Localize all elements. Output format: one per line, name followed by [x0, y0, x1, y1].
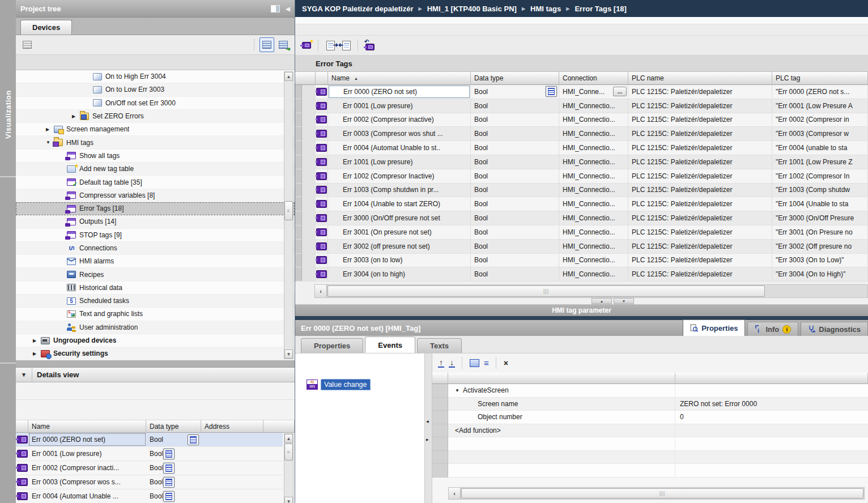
export-table-button[interactable]: ➜: [276, 38, 290, 52]
plc-tag-cell[interactable]: "Err 0000 (ZERO not s...: [772, 85, 868, 99]
tab-properties[interactable]: Properties: [683, 319, 745, 336]
parameter-row[interactable]: Object number 0: [432, 411, 868, 424]
datatype-cell[interactable]: Bool: [471, 240, 559, 253]
name-cell[interactable]: Err 1004 (Unable to start ZERO): [328, 197, 471, 211]
tag-row[interactable]: Err 1004 (Unable to start ZERO) Bool HMI…: [295, 197, 868, 211]
tree-item[interactable]: Default tag table [35]: [16, 176, 295, 189]
details-row[interactable]: Err 0002 (Compresor inacti... Bool: [16, 461, 283, 475]
plc-name-column-header[interactable]: PLC name: [628, 72, 772, 85]
datatype-dropdown-button[interactable]: [163, 491, 175, 502]
name-cell[interactable]: Err 1001 (Low presure): [328, 155, 471, 169]
task-card-strip[interactable]: Visualization: [0, 0, 16, 503]
connection-cell[interactable]: HMI_Connectio... ...: [559, 225, 628, 239]
plc-name-cell[interactable]: PLC 1215C: Paletizér/depaletizer: [628, 169, 772, 183]
plc-tag-cell[interactable]: "Err 3000 (On/Off Presure: [772, 211, 868, 225]
row-selector[interactable]: [295, 267, 302, 281]
tag-row[interactable]: Err 3003 (on to low) Bool HMI_Connectio.…: [295, 254, 868, 268]
datatype-cell[interactable]: Bool: [471, 254, 559, 267]
export-button[interactable]: ➜: [324, 39, 337, 52]
plc-tag-cell[interactable]: "Err 3001 (On Presure no: [772, 225, 868, 239]
row-selector[interactable]: [295, 113, 302, 127]
collapse-down-button[interactable]: ▼: [614, 298, 634, 304]
name-cell[interactable]: Err 3002 (off presure not set): [328, 240, 471, 253]
tree-item[interactable]: Security settings: [16, 347, 295, 360]
connection-column-header[interactable]: Connection: [559, 72, 628, 85]
table-horizontal-scrollbar[interactable]: ‹ |||: [314, 284, 868, 298]
rewire-tag-button[interactable]: ↶: [363, 39, 377, 52]
plc-tag-cell[interactable]: "Err 3003 (On to Low)": [772, 254, 868, 267]
tab-info[interactable]: i Info i: [747, 322, 798, 336]
name-cell[interactable]: Err 0002 (Compresor inactive): [328, 113, 471, 127]
tree-item[interactable]: Recipes: [16, 268, 295, 281]
move-up-button[interactable]: ↑: [438, 359, 444, 368]
import-button[interactable]: ➜: [339, 39, 353, 52]
subtab-texts[interactable]: Texts: [417, 338, 462, 353]
tree-item[interactable]: User administration: [16, 321, 295, 334]
plc-name-cell[interactable]: PLC 1215C: Paletizér/depaletizer: [628, 225, 772, 239]
connection-cell[interactable]: HMI_Conne... ...: [559, 85, 628, 99]
datatype-cell[interactable]: Bool: [471, 267, 559, 281]
tree-item[interactable]: Compressor variables [8]: [16, 189, 295, 202]
tree-item[interactable]: Text and graphic lists: [16, 308, 295, 321]
move-down-button[interactable]: ↓: [449, 359, 455, 368]
tag-row[interactable]: Err 3000 (On/Off presure not set Bool HM…: [295, 211, 868, 225]
plc-tag-cell[interactable]: "Err 0003 (Compresor w: [772, 127, 868, 140]
device-config-button[interactable]: [20, 38, 34, 52]
delete-button[interactable]: ×: [504, 359, 508, 368]
datatype-dropdown-button[interactable]: [163, 477, 175, 488]
tag-row[interactable]: Err 0000 (ZERO not set) Bool HMI_Conne..…: [295, 85, 868, 99]
subtab-properties[interactable]: Properties: [301, 338, 363, 353]
details-row[interactable]: Err 0004 (Automat Unable ... Bool: [16, 489, 283, 503]
plc-tag-cell[interactable]: "Err 3002 (Off presure no: [772, 240, 868, 253]
tag-row[interactable]: Err 0004 (Automat Unable to st.. Bool HM…: [295, 141, 868, 155]
plc-tag-cell[interactable]: "Err 0004 (unable to sta: [772, 141, 868, 155]
list-view-button[interactable]: ≡: [484, 360, 489, 366]
scroll-down-button[interactable]: ▼: [284, 349, 293, 359]
plc-tag-cell[interactable]: "Err 3004 (On to High)": [772, 267, 868, 281]
connection-cell[interactable]: HMI_Connectio... ...: [559, 254, 628, 267]
tag-row[interactable]: Err 1001 (Low presure) Bool HMI_Connecti…: [295, 155, 868, 169]
tree-item[interactable]: Show all tags: [16, 150, 295, 163]
datatype-cell[interactable]: Bool: [471, 155, 559, 169]
collapse-panel-icon[interactable]: ◀: [286, 6, 290, 12]
row-selector[interactable]: [295, 240, 302, 253]
connection-cell[interactable]: HMI_Connectio... ...: [559, 169, 628, 183]
name-cell[interactable]: Err 1002 (Compresor Inactive): [328, 169, 471, 183]
datatype-dropdown-button[interactable]: [546, 86, 557, 97]
details-type-cell[interactable]: Bool: [146, 447, 201, 461]
plc-name-cell[interactable]: PLC 1215C: Paletizér/depaletizer: [628, 240, 772, 253]
function-name[interactable]: ActivateScreen: [463, 386, 509, 394]
scroll-thumb[interactable]: ≡: [284, 201, 293, 220]
details-address-cell[interactable]: [201, 461, 263, 475]
row-selector[interactable]: [295, 254, 302, 267]
scroll-thumb[interactable]: |||: [327, 285, 765, 297]
datatype-cell[interactable]: Bool: [471, 113, 559, 127]
tree-item[interactable]: On to High Err 3004: [16, 70, 295, 83]
datatype-cell[interactable]: Bool: [471, 141, 559, 155]
plc-tag-cell[interactable]: "Err 0002 (Compresor in: [772, 113, 868, 127]
row-selector[interactable]: [295, 155, 302, 169]
details-type-cell[interactable]: Bool: [146, 489, 201, 503]
datatype-cell[interactable]: Bool: [471, 127, 559, 140]
connection-cell[interactable]: HMI_Connectio... ...: [559, 141, 628, 155]
address-column-header[interactable]: Address: [201, 420, 263, 433]
events-horizontal-scrollbar[interactable]: ‹ |||: [448, 487, 865, 500]
tree-item[interactable]: Scheduled tasks: [16, 295, 295, 308]
tab-devices[interactable]: Devices: [20, 20, 72, 35]
details-name-cell[interactable]: Err 0002 (Compresor inacti...: [28, 461, 146, 475]
details-type-cell[interactable]: Bool: [146, 461, 201, 475]
tree-item[interactable]: Ungrouped devices: [16, 334, 295, 347]
add-tag-button[interactable]: *: [300, 39, 313, 52]
connection-cell[interactable]: HMI_Connectio... ...: [559, 197, 628, 211]
tree-item[interactable]: Connections: [16, 242, 295, 255]
plc-tag-cell[interactable]: "Err 1002 (Compresor In: [772, 169, 868, 183]
plc-tag-column-header[interactable]: PLC tag: [772, 72, 868, 85]
scroll-thumb[interactable]: |||: [461, 488, 863, 498]
plc-tag-cell[interactable]: "Err 1001 (Low Presure Z: [772, 155, 868, 169]
expand-all-button[interactable]: [470, 359, 479, 367]
scroll-down-button[interactable]: ▼: [284, 497, 293, 503]
table-view-button[interactable]: [259, 37, 274, 52]
details-name-cell[interactable]: Err 0000 (ZERO not set): [28, 433, 146, 446]
details-row[interactable]: Err 0001 (Low presure) Bool: [16, 447, 283, 461]
tree-item[interactable]: HMI alarms: [16, 255, 295, 268]
